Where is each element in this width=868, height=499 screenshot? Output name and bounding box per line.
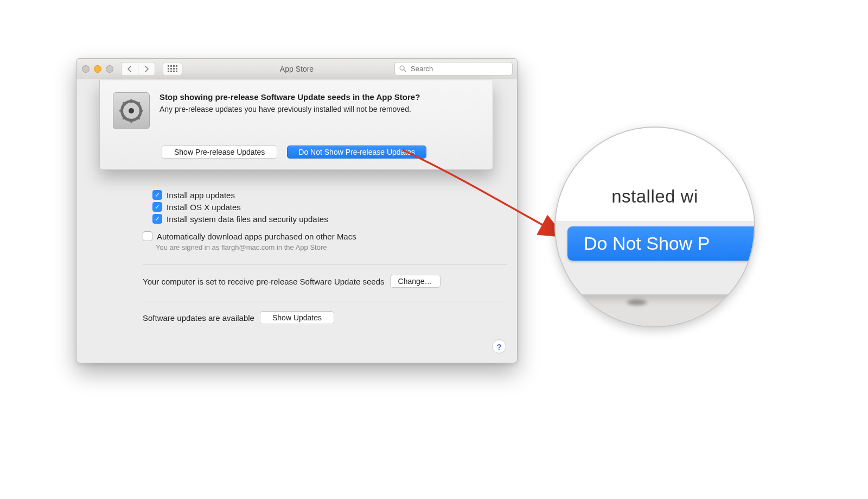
loupe-background-shadow <box>556 294 754 326</box>
window-traffic-lights <box>82 65 113 73</box>
svg-rect-4 <box>131 99 132 103</box>
loupe-text-fragment: nstalled wi <box>556 128 754 221</box>
label-auto-download-purchased: Automatically download apps purchased on… <box>157 232 356 241</box>
prerelease-dialog-sheet: Stop showing pre-release Software Update… <box>99 80 493 170</box>
label-install-osx-updates: Install OS X updates <box>167 203 241 212</box>
search-icon <box>399 65 406 72</box>
show-updates-button[interactable]: Show Updates <box>260 311 334 324</box>
gear-icon <box>118 97 145 124</box>
back-button[interactable] <box>121 62 138 76</box>
checkbox-auto-download-purchased[interactable] <box>143 231 152 241</box>
grid-icon <box>168 65 177 72</box>
system-preferences-icon <box>113 92 150 129</box>
do-not-show-prerelease-button[interactable]: Do Not Show Pre-release Updates <box>287 146 426 159</box>
window-zoom-disabled[interactable] <box>106 65 113 73</box>
svg-point-12 <box>129 108 134 113</box>
updates-available-text: Software updates are available <box>143 313 254 323</box>
svg-line-1 <box>404 70 406 72</box>
signed-in-note: You are signed in as flargh@mac.com in t… <box>156 243 495 251</box>
help-button[interactable]: ? <box>492 339 506 353</box>
seed-status-text: Your computer is set to receive pre-rele… <box>143 277 385 286</box>
window-close-disabled[interactable] <box>82 65 90 73</box>
checkbox-install-app-updates[interactable]: ✓ <box>152 190 162 200</box>
magnifier-loupe: nstalled wi Do Not Show P <box>554 127 755 327</box>
chevron-right-icon <box>144 66 149 72</box>
chevron-left-icon <box>127 66 132 72</box>
window-titlebar: App Store <box>76 59 517 79</box>
checkbox-install-osx-updates[interactable]: ✓ <box>152 202 162 212</box>
window-minimize[interactable] <box>94 65 101 73</box>
search-input[interactable] <box>410 64 508 73</box>
divider <box>143 264 507 265</box>
label-install-security-updates: Install system data files and security u… <box>167 214 328 224</box>
svg-rect-7 <box>139 110 143 112</box>
label-install-app-updates: Install app updates <box>167 191 235 200</box>
checkbox-install-security-updates[interactable]: ✓ <box>152 214 162 224</box>
forward-button[interactable] <box>138 62 155 76</box>
search-field-container[interactable] <box>394 62 513 75</box>
svg-rect-6 <box>119 110 123 112</box>
svg-rect-5 <box>131 119 132 123</box>
show-prerelease-button[interactable]: Show Pre-release Updates <box>162 146 277 159</box>
loupe-primary-button: Do Not Show P <box>567 226 755 261</box>
dialog-body: Any pre-release updates you have previou… <box>159 105 420 113</box>
dialog-heading: Stop showing pre-release Software Update… <box>159 92 420 102</box>
change-seed-button[interactable]: Change… <box>390 275 441 288</box>
divider <box>143 301 507 301</box>
show-all-button[interactable] <box>163 62 182 76</box>
